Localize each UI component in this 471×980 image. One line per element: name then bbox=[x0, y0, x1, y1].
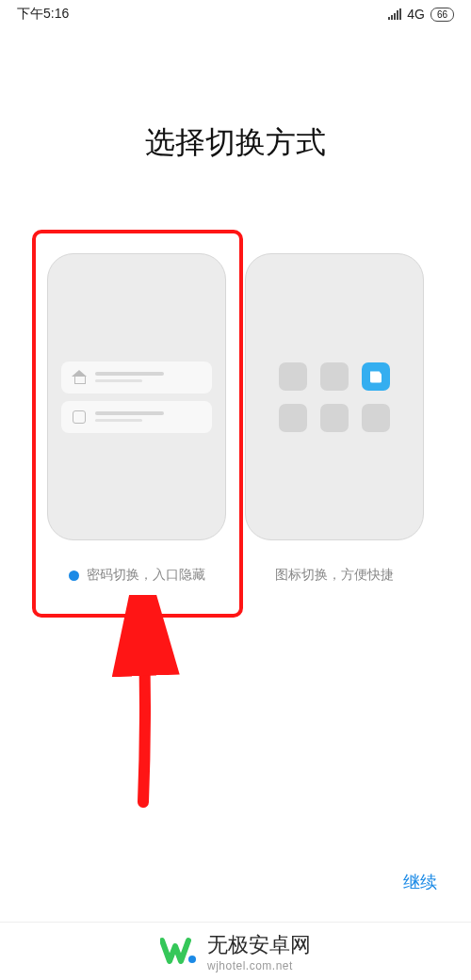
options-container: 密码切换，入口隐藏 图标切换，方便快捷 bbox=[0, 253, 471, 584]
svg-point-1 bbox=[188, 956, 196, 963]
placeholder-lines bbox=[95, 372, 201, 382]
folder-icon bbox=[73, 410, 86, 424]
home-icon bbox=[73, 371, 86, 384]
status-right: 4G 66 bbox=[388, 7, 454, 22]
watermark: 无极安卓网 wjhotel.com.net bbox=[0, 922, 471, 980]
app-tile bbox=[320, 404, 349, 432]
option-password[interactable]: 密码切换，入口隐藏 bbox=[47, 253, 226, 584]
app-tile bbox=[320, 362, 349, 391]
watermark-name: 无极安卓网 bbox=[207, 933, 311, 956]
watermark-text: 无极安卓网 wjhotel.com.net bbox=[207, 931, 311, 972]
continue-button[interactable]: 继续 bbox=[403, 871, 437, 893]
app-tile bbox=[362, 404, 390, 432]
battery-icon: 66 bbox=[430, 8, 454, 22]
app-tile bbox=[279, 404, 307, 432]
preview-icon bbox=[245, 253, 424, 540]
option-caption: 密码切换，入口隐藏 bbox=[69, 567, 205, 584]
icon-grid bbox=[279, 362, 390, 432]
page-title: 选择切换方式 bbox=[0, 122, 471, 164]
signal-icon bbox=[388, 8, 401, 20]
preview-list-item bbox=[61, 361, 212, 394]
status-time: 下午5:16 bbox=[17, 6, 69, 23]
option-caption: 图标切换，方便快捷 bbox=[275, 567, 394, 584]
preview-list-item bbox=[61, 401, 212, 433]
placeholder-lines bbox=[95, 411, 201, 422]
app-tile bbox=[279, 362, 307, 391]
radio-selected-icon bbox=[69, 570, 79, 581]
option-label: 图标切换，方便快捷 bbox=[275, 567, 394, 584]
status-bar: 下午5:16 4G 66 bbox=[0, 0, 471, 28]
preview-password bbox=[47, 253, 226, 540]
annotation-arrow-icon bbox=[104, 595, 183, 811]
network-label: 4G bbox=[407, 7, 425, 22]
watermark-logo-icon bbox=[160, 933, 198, 971]
option-label: 密码切换，入口隐藏 bbox=[87, 567, 205, 584]
app-tile-active bbox=[362, 362, 390, 391]
option-icon[interactable]: 图标切换，方便快捷 bbox=[245, 253, 424, 584]
watermark-url: wjhotel.com.net bbox=[207, 959, 311, 972]
